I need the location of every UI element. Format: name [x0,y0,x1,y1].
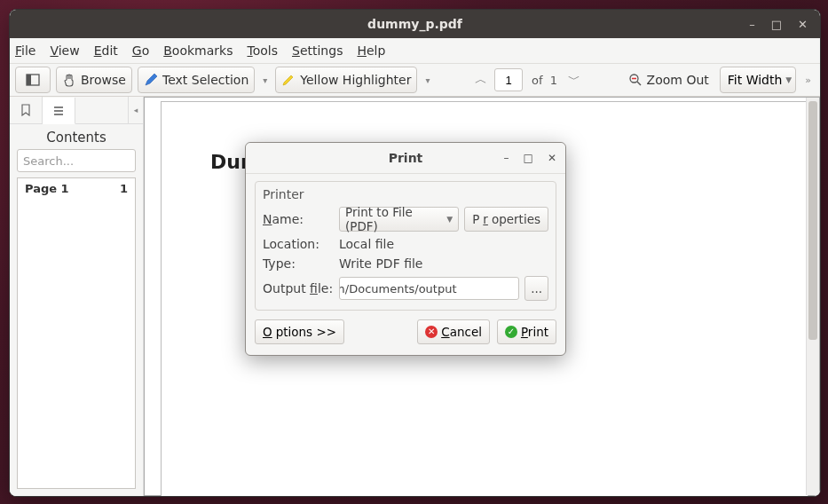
text-selection-dropdown[interactable]: ▾ [260,75,270,85]
menu-bookmarks[interactable]: Bookmarks [163,43,233,58]
text-selection-label: Text Selection [162,73,248,87]
scrollbar-thumb[interactable] [808,101,817,340]
printer-name-select[interactable]: Print to File (PDF) ▼ [339,207,459,232]
toolbar: Browse Text Selection ▾ Yellow Highlight… [10,64,820,97]
sidebar-tab-thumbnails[interactable] [10,97,43,123]
sidebar-icon [26,73,40,87]
printer-name-value: Print to File (PDF) [345,205,446,233]
chevron-down-icon: ▼ [446,215,453,224]
browse-button[interactable]: Browse [56,67,132,93]
dialog-actions: Options >> ✕ Cancel ✓ Print [255,319,556,344]
sidebar-contents-list: Page 1 1 [17,177,136,489]
sidebar-tab-contents[interactable] [43,98,75,124]
prev-page-button[interactable]: ︿ [473,72,489,88]
highlighter-label: Yellow Highlighter [300,73,411,87]
highlighter-button[interactable]: Yellow Highlighter [275,67,417,93]
toggle-sidebar-button[interactable] [15,67,51,93]
printer-type-label: Type: [263,256,334,271]
cancel-icon: ✕ [425,326,438,338]
zoom-out-label: Zoom Out [647,73,709,87]
zoom-out-icon [628,73,643,87]
sidebar-item-label: Page 1 [25,182,69,195]
bookmark-icon [20,104,32,116]
output-file-browse-button[interactable]: ... [524,276,548,301]
contents-icon [52,105,65,117]
search-placeholder: Search... [23,154,74,168]
window-close-button[interactable]: ✕ [798,18,808,31]
printer-type-value: Write PDF file [339,256,422,271]
menu-help[interactable]: Help [357,43,385,58]
sidebar-item-page[interactable]: Page 1 1 [18,178,135,199]
highlighter-icon [281,73,296,87]
sidebar-title: Contents [10,124,143,149]
sidebar-tabs: ◂ [10,97,143,124]
menubar: File View Edit Go Bookmarks Tools Settin… [10,38,820,64]
sidebar-collapse-button[interactable]: ◂ [128,97,143,123]
pencil-icon [144,73,158,87]
browse-label: Browse [81,73,126,87]
print-dialog: Print – □ ✕ Printer Name: Print to File … [245,142,566,356]
print-button[interactable]: ✓ Print [497,319,556,344]
dialog-maximize-button[interactable]: □ [524,152,533,164]
zoom-mode-value: Fit Width [728,73,783,87]
window-maximize-button[interactable]: □ [771,18,782,31]
sidebar-item-number: 1 [120,182,128,195]
next-page-button[interactable]: ﹀ [566,72,582,88]
menu-tools[interactable]: Tools [247,43,278,58]
printer-name-label: Name: [263,212,334,226]
output-file-input[interactable]: arvottam/Documents/output [339,277,519,300]
hand-icon [62,73,76,87]
cancel-button[interactable]: ✕ Cancel [417,319,490,344]
printer-properties-button[interactable]: Properties [464,207,548,232]
zoom-out-button[interactable]: Zoom Out [623,67,714,92]
printer-group: Printer Name: Print to File (PDF) ▼ Prop… [255,181,556,311]
menu-view[interactable]: View [50,43,79,58]
dialog-minimize-button[interactable]: – [504,152,509,164]
printer-location-value: Local file [339,237,394,251]
dialog-close-button[interactable]: ✕ [548,152,556,164]
menu-settings[interactable]: Settings [292,43,343,58]
vertical-scrollbar[interactable] [806,98,819,495]
output-file-label: Output file: [263,281,334,295]
page-number-input[interactable] [494,68,523,91]
chevron-down-icon: ▼ [785,75,792,84]
svg-rect-1 [27,75,31,85]
printer-group-title: Printer [263,187,548,201]
menu-file[interactable]: File [15,43,35,58]
titlebar: dummy_p.pdf – □ ✕ [10,10,820,38]
window-minimize-button[interactable]: – [749,18,755,31]
toolbar-overflow-button[interactable]: » [801,75,815,86]
page-of-label: of 1 [528,74,561,87]
ok-icon: ✓ [505,326,517,338]
menu-go[interactable]: Go [132,43,149,58]
text-selection-button[interactable]: Text Selection [138,67,255,93]
menu-edit[interactable]: Edit [94,43,118,58]
zoom-mode-select[interactable]: Fit Width ▼ [720,67,796,93]
sidebar: ◂ Contents Search... Page 1 1 [10,97,144,496]
output-file-value: arvottam/Documents/output [339,282,457,295]
dialog-titlebar: Print – □ ✕ [246,143,565,174]
dialog-body: Printer Name: Print to File (PDF) ▼ Prop… [246,174,565,355]
options-button[interactable]: Options >> [255,319,344,344]
printer-location-label: Location: [263,237,334,251]
highlighter-dropdown[interactable]: ▾ [422,75,432,85]
window-title: dummy_p.pdf [10,17,820,31]
svg-line-3 [637,82,641,85]
sidebar-search-input[interactable]: Search... [17,149,136,172]
